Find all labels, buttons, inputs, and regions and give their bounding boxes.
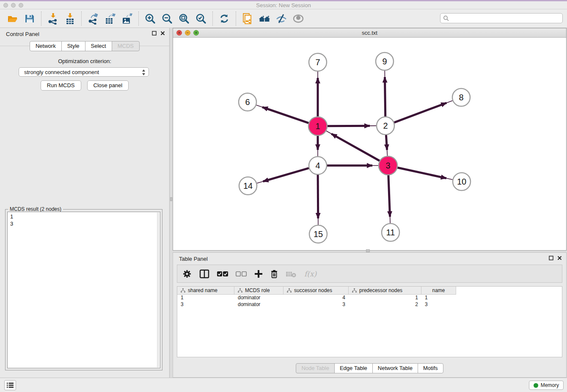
zoom-out-icon[interactable] — [161, 12, 173, 25]
toolbar-separator — [138, 11, 139, 26]
table-cell[interactable]: 1 — [421, 295, 456, 301]
hide-panels-icon[interactable] — [275, 12, 288, 25]
table-cell[interactable]: dominator — [234, 301, 284, 308]
network-window-titlebar[interactable]: × − + scc.txt — [173, 28, 566, 38]
vertical-splitter[interactable] — [170, 28, 173, 378]
column-header-successor-nodes[interactable]: successor nodes — [284, 287, 349, 295]
table-cell[interactable]: 2 — [349, 301, 421, 308]
table-cell[interactable]: 3 — [284, 301, 349, 308]
tab-mcds[interactable]: MCDS — [112, 41, 140, 51]
graph-edge-2-9[interactable] — [385, 77, 385, 116]
table-panel-tabs: Node TableEdge TableNetwork TableMotifs — [173, 363, 566, 373]
mcds-result-textarea[interactable]: 13 — [7, 212, 160, 368]
save-session-icon[interactable] — [23, 12, 36, 25]
delete-column-icon[interactable] — [270, 269, 278, 279]
float-panel-icon[interactable] — [549, 256, 553, 260]
tab-motifs[interactable]: Motifs — [418, 363, 443, 373]
toolbar-separator — [236, 11, 236, 26]
splitter-handle[interactable] — [170, 197, 172, 201]
open-session-icon[interactable] — [6, 12, 19, 25]
graph-edge-3-1[interactable] — [331, 134, 380, 161]
graph-edge-4-15[interactable] — [318, 175, 318, 218]
column-header-predecessor-nodes[interactable]: predecessor nodes — [349, 287, 421, 295]
column-header-label: shared name — [188, 287, 217, 293]
graph-edge-2-8[interactable] — [394, 103, 447, 122]
column-tree-icon — [238, 288, 242, 293]
deselect-all-checkboxes-icon[interactable] — [236, 271, 247, 277]
import-network-icon[interactable] — [47, 12, 59, 25]
table-cell[interactable]: 4 — [284, 295, 349, 301]
table-body: 1dominator4113dominator323 — [177, 295, 562, 308]
close-panel-button[interactable]: Close panel — [87, 80, 129, 91]
graph-node-label: 1 — [315, 121, 320, 131]
refresh-view-icon[interactable] — [218, 12, 231, 25]
column-header-MCDS-role[interactable]: MCDS role — [234, 287, 284, 295]
status-bar: Memory — [0, 378, 567, 392]
criterion-dropdown[interactable]: strongly connected component — [19, 67, 149, 77]
graph-node-label: 2 — [383, 121, 388, 130]
add-column-icon[interactable] — [254, 270, 263, 278]
table-row[interactable]: 1dominator411 — [177, 295, 562, 301]
graph-edge-3-10[interactable] — [397, 168, 446, 178]
tab-style[interactable]: Style — [61, 41, 85, 51]
control-panel: Control Panel NetworkStyleSelectMCDS Opt… — [0, 28, 170, 378]
graph-edge-4-14[interactable] — [263, 168, 309, 182]
export-image-icon[interactable] — [121, 12, 133, 25]
graph-edge-1-2[interactable] — [327, 126, 370, 126]
toolbar-separator — [41, 11, 41, 26]
close-panel-icon[interactable] — [160, 31, 165, 36]
table-cell[interactable]: 3 — [177, 301, 234, 308]
select-all-checkboxes-icon[interactable] — [217, 271, 228, 277]
column-header-label: name — [432, 287, 445, 293]
tab-edge-table[interactable]: Edge Table — [334, 363, 373, 373]
splitter-handle[interactable] — [366, 249, 370, 252]
memory-button[interactable]: Memory — [529, 381, 564, 390]
zoom-selected-icon[interactable] — [195, 12, 207, 25]
column-tree-icon — [287, 288, 292, 293]
task-history-button[interactable] — [4, 380, 16, 390]
column-header-shared-name[interactable]: shared name — [177, 287, 234, 295]
tab-node-table[interactable]: Node Table — [296, 363, 335, 373]
show-panels-icon[interactable] — [292, 12, 305, 25]
graph-edge-1-6[interactable] — [262, 107, 309, 123]
graph-node-label: 11 — [386, 228, 395, 237]
float-panel-icon[interactable] — [152, 31, 157, 36]
export-table-icon[interactable] — [104, 12, 116, 25]
search-input[interactable] — [449, 15, 560, 21]
table-cell[interactable]: 1 — [349, 295, 421, 301]
import-table-icon[interactable] — [63, 12, 76, 25]
network-canvas[interactable]: 7968124314101511 — [173, 38, 566, 250]
new-network-from-file-icon[interactable] — [241, 12, 254, 25]
close-panel-icon[interactable] — [557, 256, 562, 260]
table-cell[interactable]: 1 — [177, 295, 234, 301]
settings-gear-icon[interactable] — [182, 269, 192, 279]
tab-network[interactable]: Network — [30, 41, 62, 51]
graph-node-label: 6 — [245, 97, 250, 107]
zoom-fit-icon[interactable] — [178, 12, 190, 25]
split-view-icon[interactable] — [199, 269, 209, 279]
mcds-result-title: MCDS result (2 nodes) — [8, 206, 63, 212]
zoom-in-icon[interactable] — [144, 12, 157, 25]
home-layouts-icon[interactable] — [258, 12, 271, 25]
column-tree-icon — [181, 288, 185, 293]
column-header-name[interactable]: name — [421, 287, 456, 295]
tab-network-table[interactable]: Network Table — [372, 363, 418, 373]
network-graph[interactable]: 7968124314101511 — [173, 38, 566, 250]
run-mcds-button[interactable]: Run MCDS — [41, 80, 81, 91]
table-cell[interactable]: dominator — [234, 295, 284, 301]
graph-edge-2-3[interactable] — [386, 135, 387, 150]
table-row[interactable]: 3dominator323 — [177, 301, 562, 308]
table-cell[interactable]: 3 — [421, 301, 456, 308]
control-panel-header: Control Panel — [0, 28, 169, 40]
table-panel-header: Table Panel — [173, 253, 566, 265]
memory-label: Memory — [541, 382, 559, 388]
mcds-result-lines: 13 — [8, 212, 160, 228]
graph-edge-3-11[interactable] — [388, 175, 390, 217]
search-field[interactable] — [440, 13, 563, 23]
result-scrollbar[interactable] — [157, 213, 160, 367]
export-network-icon[interactable] — [87, 12, 99, 25]
tab-select[interactable]: Select — [85, 41, 112, 51]
window-titlebar: Session: New Session — [0, 0, 567, 9]
mcds-result-group: MCDS result (2 nodes) 13 — [5, 209, 162, 370]
chevron-updown-icon — [142, 69, 146, 76]
